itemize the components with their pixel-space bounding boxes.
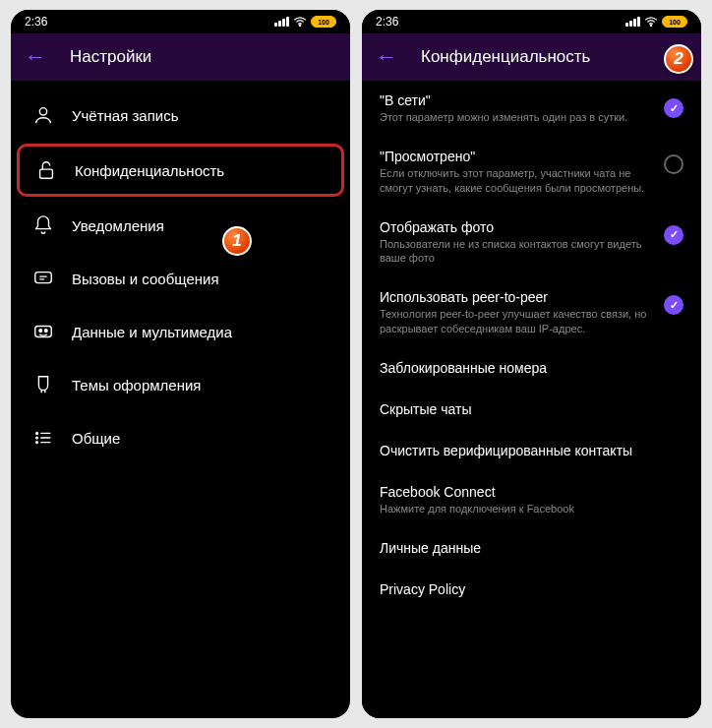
list-icon bbox=[32, 427, 54, 449]
svg-point-8 bbox=[36, 437, 38, 439]
svg-point-5 bbox=[39, 330, 42, 333]
sidebar-item-media[interactable]: Данные и мультимедиа bbox=[11, 305, 350, 358]
priv-title: Заблокированные номера bbox=[380, 360, 683, 376]
priv-desc: Технология peer-to-peer улучшает качеств… bbox=[380, 307, 652, 336]
bell-icon bbox=[32, 214, 54, 236]
priv-title: Privacy Policy bbox=[380, 581, 683, 597]
setting-label: Конфиденциальность bbox=[75, 162, 224, 179]
svg-point-6 bbox=[44, 330, 47, 333]
priv-item-hidden[interactable]: Скрытые чаты bbox=[362, 390, 701, 431]
priv-item-policy[interactable]: Privacy Policy bbox=[362, 570, 701, 611]
setting-label: Уведомления bbox=[72, 217, 164, 234]
user-icon bbox=[32, 104, 54, 126]
annotation-badge-1: 1 bbox=[222, 226, 252, 256]
status-indicators: 100 bbox=[625, 16, 687, 28]
svg-point-1 bbox=[39, 108, 46, 115]
sidebar-item-privacy[interactable]: Конфиденциальность bbox=[17, 144, 344, 197]
header-title: Настройки bbox=[70, 47, 151, 67]
priv-item-p2p[interactable]: Использовать peer-to-peer Технология pee… bbox=[362, 277, 701, 348]
status-indicators: 100 bbox=[274, 16, 336, 28]
status-time: 2:36 bbox=[25, 15, 47, 29]
priv-desc: Пользователи не из списка контактов смог… bbox=[380, 237, 652, 267]
setting-label: Вызовы и сообщения bbox=[72, 271, 219, 287]
priv-title: Очистить верифицированные контакты bbox=[380, 443, 683, 458]
priv-item-blocked[interactable]: Заблокированные номера bbox=[362, 348, 701, 390]
phone-screen-privacy: 2:36 100 ← Конфиденциальность "В сети" Э… bbox=[362, 10, 701, 718]
status-bar: 2:36 100 bbox=[11, 10, 350, 33]
setting-label: Данные и мультимедиа bbox=[72, 324, 232, 340]
brush-icon bbox=[32, 374, 54, 395]
app-header: ← Конфиденциальность bbox=[362, 33, 701, 81]
setting-label: Учётная запись bbox=[72, 107, 179, 124]
priv-item-personal[interactable]: Личные данные bbox=[362, 528, 701, 570]
battery-icon: 100 bbox=[311, 16, 336, 28]
priv-item-online[interactable]: "В сети" Этот параметр можно изменять од… bbox=[362, 81, 701, 137]
priv-item-facebook[interactable]: Facebook Connect Нажмите для подключения… bbox=[362, 472, 701, 528]
annotation-badge-2: 2 bbox=[664, 44, 693, 74]
lock-icon bbox=[35, 159, 57, 181]
status-bar: 2:36 100 bbox=[362, 10, 701, 33]
radio-checked[interactable] bbox=[664, 225, 683, 245]
priv-desc: Нажмите для подключения к Facebook bbox=[380, 502, 683, 516]
sidebar-item-general[interactable]: Общие bbox=[11, 411, 350, 464]
app-header: ← Настройки bbox=[11, 33, 350, 81]
header-title: Конфиденциальность bbox=[421, 47, 590, 67]
priv-title: Личные данные bbox=[380, 540, 683, 556]
priv-title: Facebook Connect bbox=[380, 484, 683, 500]
radio-unchecked[interactable] bbox=[664, 154, 683, 174]
priv-desc: Если отключить этот параметр, участники … bbox=[380, 166, 652, 196]
sidebar-item-calls[interactable]: Вызовы и сообщения bbox=[11, 252, 350, 305]
back-icon[interactable]: ← bbox=[25, 46, 46, 68]
signal-icon bbox=[625, 17, 640, 27]
sidebar-item-account[interactable]: Учётная запись bbox=[11, 89, 350, 142]
settings-list: Учётная запись Конфиденциальность Уведом… bbox=[11, 81, 350, 472]
priv-title: "Просмотрено" bbox=[380, 149, 652, 164]
svg-point-9 bbox=[36, 442, 38, 444]
svg-point-10 bbox=[650, 25, 651, 26]
priv-item-clear[interactable]: Очистить верифицированные контакты bbox=[362, 431, 701, 472]
media-icon bbox=[32, 321, 54, 342]
setting-label: Общие bbox=[72, 430, 120, 447]
chat-icon bbox=[32, 268, 54, 289]
radio-checked[interactable] bbox=[664, 98, 683, 118]
priv-title: Отображать фото bbox=[380, 219, 652, 235]
priv-desc: Этот параметр можно изменять один раз в … bbox=[380, 110, 652, 125]
battery-icon: 100 bbox=[662, 16, 687, 28]
phone-screen-settings: 2:36 100 ← Настройки Учётная запись Конф… bbox=[11, 10, 350, 718]
wifi-icon bbox=[293, 17, 307, 27]
back-icon[interactable]: ← bbox=[376, 46, 397, 68]
priv-title: "В сети" bbox=[380, 92, 652, 108]
status-time: 2:36 bbox=[376, 15, 398, 29]
radio-checked[interactable] bbox=[664, 295, 683, 315]
priv-title: Использовать peer-to-peer bbox=[380, 289, 652, 305]
wifi-icon bbox=[644, 17, 658, 27]
setting-label: Темы оформления bbox=[72, 377, 201, 394]
svg-rect-3 bbox=[35, 273, 52, 283]
privacy-list: "В сети" Этот параметр можно изменять од… bbox=[362, 81, 701, 718]
svg-point-7 bbox=[36, 433, 38, 435]
svg-rect-2 bbox=[40, 169, 53, 178]
signal-icon bbox=[274, 17, 289, 27]
priv-item-photo[interactable]: Отображать фото Пользователи не из списк… bbox=[362, 208, 701, 278]
sidebar-item-themes[interactable]: Темы оформления bbox=[11, 358, 350, 411]
svg-point-0 bbox=[299, 25, 300, 26]
priv-title: Скрытые чаты bbox=[380, 401, 683, 417]
sidebar-item-notifications[interactable]: Уведомления bbox=[11, 199, 350, 252]
priv-item-seen[interactable]: "Просмотрено" Если отключить этот параме… bbox=[362, 137, 701, 208]
